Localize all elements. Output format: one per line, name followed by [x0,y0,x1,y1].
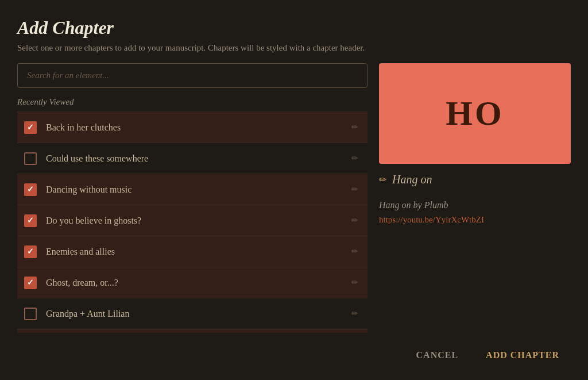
edit-icon[interactable]: ✏ [349,182,361,197]
edit-icon[interactable]: ✏ [349,213,361,228]
dialog-title: Add Chapter [17,17,571,39]
edit-icon[interactable]: ✏ [349,244,361,259]
add-chapter-dialog: Add Chapter Select one or more chapters … [0,0,588,380]
footer: CANCEL ADD CHAPTER [17,333,571,380]
chapter-name: Could use these somewhere [46,153,349,164]
preview-edit-icon[interactable]: ✏ [379,174,386,185]
chapter-name: Enemies and allies [46,247,349,257]
checkbox[interactable] [24,121,37,134]
list-item[interactable]: Do you believe in ghosts?✏ [17,205,368,236]
list-item[interactable]: Back in her clutches✏ [17,112,368,143]
chapter-name: Grandpa + Aunt Lilian [46,309,349,319]
chapter-name: Do you believe in ghosts? [46,216,349,226]
search-input[interactable] [17,63,368,88]
list-item[interactable]: Ghost, dream, or...?✏ [17,267,368,298]
preview-title: Hang on [392,173,432,186]
checkbox[interactable] [24,277,37,289]
edit-icon[interactable]: ✏ [349,275,361,290]
right-panel: HO ✏ Hang on Hang on by Plumb https://yo… [379,63,571,333]
list-item[interactable]: Grandpa + Aunt Lilian✏ [17,298,368,329]
list-item[interactable]: Could use these somewhere✏ [17,143,368,174]
preview-title-row: ✏ Hang on [379,173,571,186]
preview-initials: HO [446,94,504,133]
main-content: Recently Viewed Back in her clutches✏Cou… [17,63,571,333]
checkbox[interactable] [24,152,37,165]
chapter-name: Dancing without music [46,185,349,195]
edit-icon[interactable]: ✏ [349,120,361,135]
preview-card: HO [379,63,571,164]
checkbox[interactable] [24,214,37,227]
dialog-subtitle: Select one or more chapters to add to yo… [17,43,571,53]
list-item[interactable]: Dancing without music✏ [17,174,368,205]
preview-link[interactable]: https://youtu.be/YyirXcWtbZI [379,215,571,225]
add-chapter-button[interactable]: ADD CHAPTER [474,342,571,369]
recently-viewed-label: Recently Viewed [17,97,368,107]
list-item[interactable]: Enemies and allies✏ [17,236,368,267]
chapter-name: Back in her clutches [46,122,349,133]
edit-icon[interactable]: ✏ [349,306,361,321]
edit-icon[interactable]: ✏ [349,151,361,166]
checkbox[interactable] [24,308,37,320]
checkbox[interactable] [24,245,37,258]
chapter-name: Ghost, dream, or...? [46,278,349,288]
checkbox[interactable] [24,183,37,196]
preview-attribution: Hang on by Plumb [379,200,571,210]
header-section: Add Chapter Select one or more chapters … [17,17,571,53]
chapter-list: Back in her clutches✏Could use these som… [17,112,368,333]
left-panel: Recently Viewed Back in her clutches✏Cou… [17,63,368,333]
cancel-button[interactable]: CANCEL [400,342,475,369]
